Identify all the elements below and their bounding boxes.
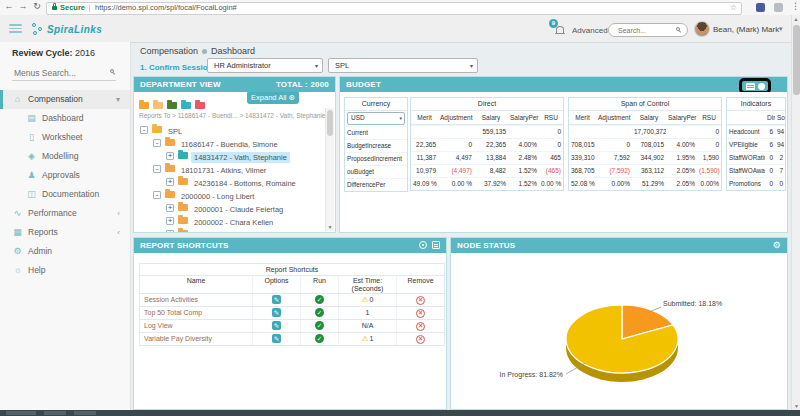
run-check-icon[interactable]: ✓	[315, 295, 324, 304]
budget-cell: 1.52%	[508, 178, 539, 190]
extension-icon[interactable]	[756, 3, 765, 12]
tree-node-2000000-long-libert[interactable]: -2000000 - Long Libert	[136, 187, 325, 200]
tree-node-2000001-claude-feiertag[interactable]: +2000001 - Claude Feiertag	[136, 200, 325, 213]
tree-node-11686147-buendia-simone[interactable]: -11686147 - Buendia, Simone	[136, 135, 325, 148]
tree-expander-plus-icon[interactable]: +	[166, 230, 174, 232]
sidebar-item-compensation[interactable]: ⌂Compensation▾	[0, 90, 130, 109]
sidebar-item-reports[interactable]: ▦Reports‹	[0, 223, 130, 242]
browser-menu-icon[interactable]: ⋮	[791, 1, 800, 11]
scroll-up-icon[interactable]: ▲	[792, 15, 800, 23]
tree-expander-plus-icon[interactable]: +	[166, 152, 174, 160]
sidebar-item-modelling[interactable]: ◈Modelling	[0, 147, 130, 166]
options-pencil-icon[interactable]: ✎	[272, 334, 281, 343]
tree-node-14831472-vath-stephanie[interactable]: +14831472 - Vath, Stephanie	[136, 148, 325, 161]
user-avatar[interactable]	[694, 21, 710, 37]
sidebar-item-label: Dashboard	[42, 109, 84, 128]
budget-data-row: 10,979(4,497)8,4821.52%(465)	[411, 164, 563, 177]
browser-forward-icon[interactable]: →	[17, 1, 29, 11]
report-name: Log View	[140, 320, 252, 332]
calendar-icon[interactable]	[432, 241, 440, 249]
options-pencil-icon[interactable]: ✎	[272, 308, 281, 317]
tree-scroll-down-icon[interactable]: ▼	[326, 223, 334, 231]
remove-icon[interactable]: ×	[416, 309, 425, 318]
options-pencil-icon[interactable]: ✎	[272, 321, 281, 330]
sidebar-nav: ⌂Compensation▾▤Dashboard▯Worksheet◈Model…	[0, 90, 130, 280]
indicator-value: 0	[765, 178, 775, 190]
indicator-label: Promotions	[727, 178, 765, 190]
tree-expander-minus-icon[interactable]: -	[140, 126, 148, 134]
budget-cell: 17,700,372	[632, 126, 666, 138]
settings-gear-icon[interactable]: ⚙	[773, 238, 781, 253]
options-pencil-icon[interactable]: ✎	[272, 295, 281, 304]
tree-scrollbar-thumb[interactable]	[327, 110, 333, 136]
breadcrumb-section: Compensation	[140, 46, 198, 56]
chart-view-icon[interactable]	[758, 83, 765, 90]
sidebar-item-approvals[interactable]: ♟Approvals	[0, 166, 130, 185]
budget-cell: 2.05%	[666, 178, 697, 190]
tree-expander-minus-icon[interactable]: -	[153, 165, 161, 173]
budget-cell: (7,592)	[596, 165, 632, 177]
user-menu-caret-icon[interactable]: ▾	[779, 25, 783, 33]
tree-expander-minus-icon[interactable]: -	[153, 191, 161, 199]
hamburger-menu-icon[interactable]	[9, 24, 22, 33]
refresh-icon[interactable]	[419, 241, 427, 249]
column-header-est-time: Est Time:(Seconds)	[338, 276, 396, 293]
org-select[interactable]: SPL ▾	[328, 58, 478, 73]
sidebar-item-performance[interactable]: ∿Performance‹	[0, 204, 130, 223]
notifications-button[interactable]: 9	[552, 23, 566, 35]
page-scrollbar[interactable]: ▲ ▼	[791, 15, 800, 410]
sidebar-item-documentation[interactable]: ◫Documentation	[0, 185, 130, 204]
indicator-value: 7	[775, 165, 785, 177]
tree-expander-plus-icon[interactable]: +	[166, 178, 174, 186]
currency-select[interactable]: USD▾	[347, 112, 405, 125]
modelling-icon: ◈	[26, 147, 37, 166]
tree-node-2000007-tobias-ramcharran[interactable]: +2000007 - Tobias Ramcharran	[136, 226, 325, 232]
remove-icon[interactable]: ×	[416, 322, 425, 331]
indicator-value: 0	[765, 152, 775, 164]
remove-icon[interactable]: ×	[416, 296, 425, 305]
tree-node-spl[interactable]: -SPL	[136, 122, 325, 135]
remove-icon[interactable]: ×	[416, 335, 425, 344]
browser-back-icon[interactable]: ←	[3, 1, 15, 11]
sidebar-item-help[interactable]: ☼Help	[0, 261, 130, 280]
global-search[interactable]	[608, 23, 688, 37]
bookmark-star-icon[interactable]: ☆	[730, 3, 737, 13]
lock-icon	[52, 6, 57, 10]
tree-expander-plus-icon[interactable]: +	[166, 204, 174, 212]
search-icon[interactable]	[676, 27, 682, 33]
budget-cell: 0	[539, 126, 563, 138]
scroll-down-icon[interactable]: ▼	[792, 402, 800, 410]
search-input[interactable]	[616, 25, 674, 36]
role-select[interactable]: HR Administrator ▾	[207, 58, 323, 73]
tree-expander-minus-icon[interactable]: -	[153, 139, 161, 147]
budget-row-label: BudgetIncrease	[345, 140, 407, 152]
browser-reload-icon[interactable]: ↻	[31, 1, 43, 11]
advanced-link[interactable]: Advanced	[572, 26, 608, 35]
sidebar-item-worksheet[interactable]: ▯Worksheet	[0, 128, 130, 147]
address-bar[interactable]: Secure https://demo.spl.com/spl/focal/Fo…	[46, 2, 742, 15]
run-check-icon[interactable]: ✓	[315, 308, 324, 317]
table-view-icon[interactable]	[746, 83, 755, 90]
indicator-value: 94	[775, 139, 785, 151]
est-time-cell: 1	[338, 307, 396, 319]
budget-cell	[411, 126, 438, 138]
tree-scrollbar[interactable]: ▼	[325, 108, 334, 231]
page-scrollbar-thumb[interactable]	[793, 25, 800, 95]
extension-icon[interactable]	[774, 3, 783, 12]
run-check-icon[interactable]: ✓	[315, 334, 324, 343]
tree-expander-plus-icon[interactable]: +	[166, 217, 174, 225]
sidebar-item-dashboard[interactable]: ▤Dashboard	[0, 109, 130, 128]
user-name[interactable]: Bean, (Mark) Mark	[713, 25, 779, 34]
menus-search-input[interactable]	[12, 67, 104, 79]
expand-all-button[interactable]: Expand All ⊛	[247, 92, 299, 104]
currency-value: USD	[351, 114, 365, 121]
tree-node-24236184-bottoms-romaine[interactable]: +24236184 - Bottoms, Romaine	[136, 174, 325, 187]
node-status-title: NODE STATUS	[457, 241, 515, 250]
menus-search[interactable]	[12, 66, 116, 81]
run-check-icon[interactable]: ✓	[315, 321, 324, 330]
est-time-value: 1	[369, 335, 373, 342]
menus-search-icon[interactable]	[110, 69, 116, 75]
tree-node-2000002-chara-kellen[interactable]: +2000002 - Chara Kellen	[136, 213, 325, 226]
sidebar-item-admin[interactable]: ⚙Admin	[0, 242, 130, 261]
tree-node-18101731-atkins-vilmer[interactable]: -18101731 - Atkins, Vilmer	[136, 161, 325, 174]
